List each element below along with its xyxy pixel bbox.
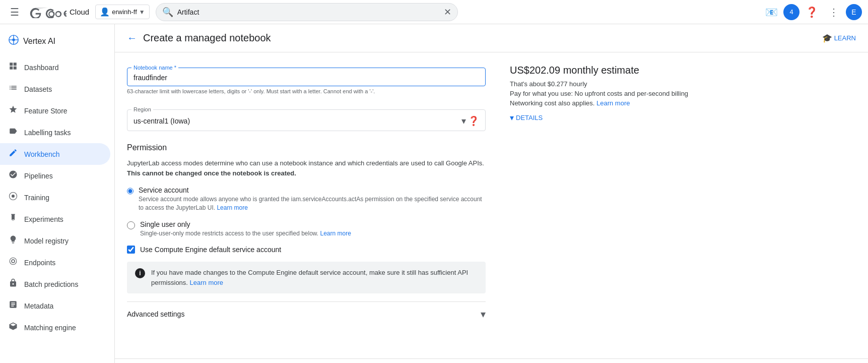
main-layout: Vertex AI Dashboard Datasets Feature Sto… xyxy=(0,0,868,363)
chevron-down-icon: ▾ xyxy=(510,113,514,123)
sidebar-item-label: Endpoints xyxy=(24,259,55,267)
sidebar-item-label: Workbench xyxy=(24,150,60,158)
vertex-ai-icon xyxy=(8,34,19,48)
sidebar-item-label: Dashboard xyxy=(24,64,59,72)
advanced-settings-row[interactable]: Advanced settings ▾ xyxy=(127,301,486,326)
learn-link[interactable]: 🎓 LEARN xyxy=(822,33,856,43)
learn-label: LEARN xyxy=(834,34,856,42)
chevron-down-icon: ▾ xyxy=(481,308,486,320)
permission-title: Permission xyxy=(127,143,486,152)
help-icon[interactable]: ❓ xyxy=(468,115,479,127)
single-user-desc: Single-user-only mode restricts access t… xyxy=(140,229,351,238)
sidebar-item-feature-store[interactable]: Feature Store xyxy=(0,100,110,122)
info-icon: i xyxy=(135,268,145,278)
details-toggle[interactable]: ▾ DETAILS xyxy=(510,113,697,123)
notebook-name-input[interactable] xyxy=(133,74,479,82)
content-header: ← Create a managed notebook 🎓 LEARN xyxy=(115,24,868,52)
sidebar-item-label: Labelling tasks xyxy=(24,129,71,137)
learn-icon: 🎓 xyxy=(822,33,832,43)
user-avatar[interactable]: E xyxy=(846,4,862,20)
project-selector[interactable]: 👤 erwinh-ff ▼ xyxy=(95,5,150,19)
sidebar-app-name: Vertex AI xyxy=(23,37,55,46)
service-account-radio[interactable] xyxy=(127,187,133,195)
dropdown-icon: ▾ xyxy=(461,115,466,127)
info-box: i If you have made changes to the Comput… xyxy=(127,262,486,293)
project-name: erwinh-ff xyxy=(112,8,137,16)
matching-engine-icon xyxy=(8,322,18,333)
sidebar-item-label: Batch predictions xyxy=(24,280,78,288)
permission-desc: JupyterLab access modes determine who ca… xyxy=(127,158,486,178)
batch-predictions-icon xyxy=(8,278,18,290)
datasets-icon xyxy=(8,83,18,95)
sidebar-item-experiments[interactable]: Experiments xyxy=(0,208,110,230)
cost-learn-more[interactable]: Learn more xyxy=(596,99,630,107)
advanced-settings-label: Advanced settings xyxy=(127,310,184,318)
sidebar-item-label: Experiments xyxy=(24,215,63,223)
svg-point-9 xyxy=(10,258,17,265)
sidebar: Vertex AI Dashboard Datasets Feature Sto… xyxy=(0,24,115,363)
sidebar-item-dashboard[interactable]: Dashboard xyxy=(0,56,110,78)
search-bar[interactable]: 🔍 ✕ xyxy=(156,3,458,21)
svg-point-1 xyxy=(12,38,15,41)
sidebar-item-pipelines[interactable]: Pipelines xyxy=(0,165,110,187)
sidebar-item-label: Model registry xyxy=(24,237,69,245)
sidebar-item-model-registry[interactable]: Model registry xyxy=(0,230,110,252)
sidebar-item-labelling-tasks[interactable]: Labelling tasks xyxy=(0,122,110,143)
header-left: ← Create a managed notebook xyxy=(127,32,271,44)
single-user-option: Single user only Single-user-only mode r… xyxy=(127,220,486,238)
compute-engine-label: Use Compute Engine default service accou… xyxy=(140,246,281,254)
hamburger-menu[interactable]: ☰ xyxy=(6,2,23,22)
svg-point-7 xyxy=(12,195,15,198)
search-input[interactable] xyxy=(177,8,440,16)
sidebar-item-batch-predictions[interactable]: Batch predictions xyxy=(0,273,110,295)
service-account-learn-more[interactable]: Learn more xyxy=(217,204,247,211)
details-label: DETAILS xyxy=(516,114,543,122)
sidebar-item-workbench[interactable]: Workbench xyxy=(0,143,110,165)
sidebar-item-datasets[interactable]: Datasets xyxy=(0,78,110,100)
region-value: us-central1 (Iowa) xyxy=(133,117,190,125)
form-main: Notebook name * 63-character limit with … xyxy=(115,52,498,358)
endpoints-icon xyxy=(8,257,18,268)
back-button[interactable]: ← xyxy=(127,32,137,44)
labelling-tasks-icon xyxy=(8,127,18,138)
sidebar-item-label: Pipelines xyxy=(24,172,53,180)
single-user-learn-more[interactable]: Learn more xyxy=(320,230,351,237)
sidebar-item-matching-engine[interactable]: Matching engine xyxy=(0,317,110,338)
service-account-label[interactable]: Service account Service account mode all… xyxy=(127,186,486,212)
google-cloud-logo[interactable]: Cloud xyxy=(29,6,89,18)
cost-networking: Networking cost also applies. Learn more xyxy=(510,99,697,107)
sidebar-item-training[interactable]: Training xyxy=(0,187,110,208)
compute-engine-checkbox[interactable] xyxy=(127,246,135,254)
notifications-button[interactable]: 📧 xyxy=(761,2,781,22)
page-title: Create a managed notebook xyxy=(143,32,271,44)
cost-panel: US$202.09 monthly estimate That's about … xyxy=(498,52,709,358)
sidebar-item-label: Feature Store xyxy=(24,107,68,115)
search-clear-icon[interactable]: ✕ xyxy=(444,7,451,18)
service-account-desc: Service account mode allows anyone who i… xyxy=(139,195,486,212)
more-options-button[interactable]: ⋮ xyxy=(824,2,844,22)
region-field: Region us-central1 (Iowa) ▾ ❓ xyxy=(127,106,486,131)
single-user-title: Single user only xyxy=(140,220,351,228)
notebook-name-hint: 63-character limit with lowercase letter… xyxy=(127,88,486,94)
sidebar-item-label: Metadata xyxy=(24,302,53,310)
help-button[interactable]: ❓ xyxy=(802,2,822,22)
sidebar-item-endpoints[interactable]: Endpoints xyxy=(0,252,110,273)
sidebar-item-label: Training xyxy=(24,194,49,202)
experiments-icon xyxy=(8,213,18,225)
feature-store-icon xyxy=(8,105,18,116)
info-text: If you have made changes to the Compute … xyxy=(151,268,478,287)
single-user-radio[interactable] xyxy=(127,221,135,229)
cost-estimate: US$202.09 monthly estimate xyxy=(510,65,697,76)
service-account-option: Service account Service account mode all… xyxy=(127,186,486,212)
pipelines-icon xyxy=(8,170,18,182)
info-learn-more[interactable]: Learn more xyxy=(190,279,223,286)
notification-count-badge[interactable]: 4 xyxy=(783,4,799,20)
form-footer: CREATE CANCEL xyxy=(115,358,868,363)
region-label: Region xyxy=(131,106,153,112)
permission-section: Permission JupyterLab access modes deter… xyxy=(127,143,486,293)
sidebar-item-metadata[interactable]: Metadata xyxy=(0,295,110,317)
cost-hourly: That's about $0.277 hourly xyxy=(510,80,697,88)
content-area: ← Create a managed notebook 🎓 LEARN Note… xyxy=(115,24,868,363)
single-user-label[interactable]: Single user only Single-user-only mode r… xyxy=(127,220,486,238)
compute-engine-checkbox-row[interactable]: Use Compute Engine default service accou… xyxy=(127,246,486,254)
